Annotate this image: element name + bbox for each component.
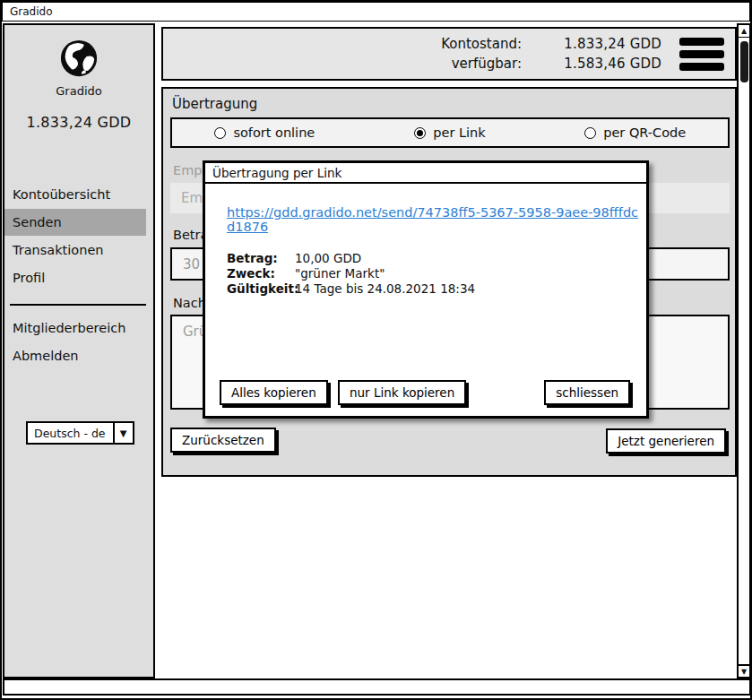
account-header: Kontostand: 1.833,24 GDD verfügbar: 1.58…	[161, 27, 737, 81]
detail-row-betrag: Betrag: 10,00 GDD	[227, 251, 646, 266]
kontostand-row: Kontostand: 1.833,24 GDD	[441, 36, 661, 52]
status-bar	[3, 678, 751, 696]
transfer-mode-radio-group: sofort online per Link per QR-Code	[170, 117, 730, 148]
detail-label: Gültigkeit:	[227, 281, 295, 297]
detail-value: 10,00 GDD	[295, 251, 361, 266]
radio-sofort-online[interactable]: sofort online	[172, 125, 358, 140]
radio-per-link[interactable]: per Link	[358, 125, 543, 140]
kontostand-label: Kontostand:	[441, 36, 522, 52]
detail-row-gueltigkeit: Gültigkeit: 14 Tage bis 24.08.2021 18:34	[227, 281, 646, 297]
transfer-link[interactable]: https://gdd.gradido.net/send/74738ff5-53…	[227, 205, 646, 234]
jetzt-generieren-button[interactable]: Jetzt generieren	[606, 428, 726, 454]
sidebar-item-senden[interactable]: Senden	[4, 209, 146, 236]
chevron-down-icon[interactable]: ▼	[113, 423, 133, 443]
window-title: Gradido	[10, 5, 53, 18]
nur-link-kopieren-button[interactable]: nur Link kopieren	[338, 380, 466, 405]
uebertragung-per-link-modal: Übertragung per Link https://gdd.gradido…	[203, 160, 649, 419]
radio-label: sofort online	[233, 125, 315, 140]
radio-label: per Link	[433, 125, 485, 140]
globe-icon	[58, 38, 99, 79]
scrollbar-thumb[interactable]	[740, 41, 748, 82]
sidebar-divider	[10, 304, 146, 306]
radio-unchecked-icon[interactable]	[214, 127, 226, 139]
radio-checked-icon[interactable]	[414, 127, 426, 139]
sidebar-item-kontouebersicht[interactable]: Kontoübersicht	[4, 181, 153, 208]
alles-kopieren-button[interactable]: Alles kopieren	[220, 380, 328, 405]
sidebar-menu: Kontoübersicht Senden Transaktionen Prof…	[4, 181, 153, 291]
verfuegbar-value: 1.583,46 GDD	[545, 56, 661, 72]
hamburger-menu-icon[interactable]	[678, 36, 726, 73]
scroll-up-icon[interactable]: ▲	[739, 25, 749, 38]
scroll-down-icon[interactable]: ▼	[739, 664, 749, 677]
link-details: Betrag: 10,00 GDD Zweck: "grüner Markt" …	[227, 251, 646, 297]
vertical-scrollbar[interactable]: ▲ ▼	[737, 23, 751, 678]
sidebar-balance: 1.833,24 GDD	[4, 114, 153, 131]
window-titlebar: Gradido	[2, 2, 750, 22]
language-select[interactable]: Deutsch - de ▼	[26, 421, 134, 445]
app-window: Gradido Gradido 1.833,24 GDD Kontoübersi…	[0, 0, 752, 700]
sidebar-item-abmelden[interactable]: Abmelden	[4, 342, 153, 369]
radio-per-qr-code[interactable]: per QR-Code	[542, 125, 728, 140]
kontostand-value: 1.833,24 GDD	[545, 36, 661, 52]
panel-title: Übertragung	[172, 96, 735, 112]
detail-row-zweck: Zweck: "grüner Markt"	[227, 266, 646, 281]
detail-value: 14 Tage bis 24.08.2021 18:34	[295, 281, 475, 297]
radio-unchecked-icon[interactable]	[584, 127, 596, 139]
radio-label: per QR-Code	[603, 125, 686, 140]
logo-label: Gradido	[4, 84, 153, 98]
balance-summary: Kontostand: 1.833,24 GDD verfügbar: 1.58…	[441, 36, 661, 72]
detail-label: Zweck:	[227, 266, 295, 281]
schliessen-button[interactable]: schliessen	[544, 380, 630, 405]
language-select-value: Deutsch - de	[28, 423, 113, 443]
sidebar-item-transaktionen[interactable]: Transaktionen	[4, 237, 153, 264]
sidebar-item-mitgliederbereich[interactable]: Mitgliederbereich	[4, 315, 153, 341]
detail-value: "grüner Markt"	[295, 266, 385, 281]
zuruecksetzen-button[interactable]: Zurücksetzen	[170, 428, 276, 453]
detail-label: Betrag:	[227, 251, 295, 266]
logo: Gradido	[4, 38, 153, 98]
modal-title: Übertragung per Link	[205, 163, 646, 184]
sidebar-item-profil[interactable]: Profil	[4, 264, 153, 291]
verfuegbar-row: verfügbar: 1.583,46 GDD	[441, 56, 661, 72]
verfuegbar-label: verfügbar:	[452, 56, 522, 72]
sidebar: Gradido 1.833,24 GDD Kontoübersicht Send…	[3, 23, 155, 678]
